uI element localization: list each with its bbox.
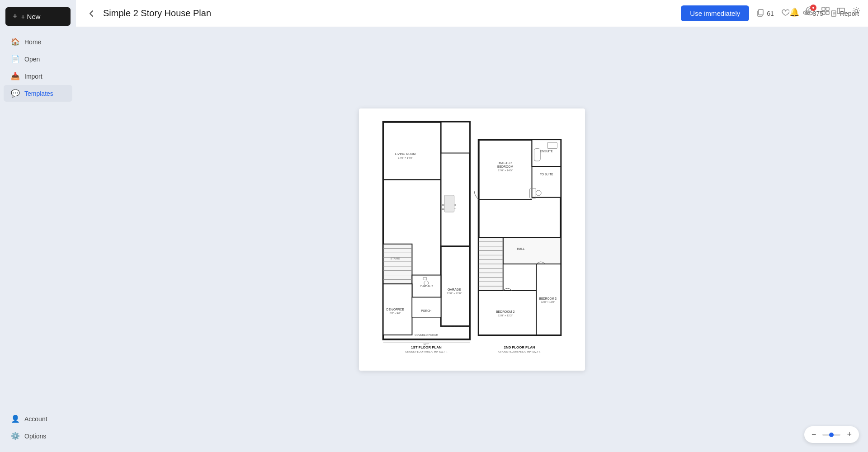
svg-point-7 <box>855 9 858 12</box>
heart-icon <box>781 9 789 19</box>
sidebar-item-import[interactable]: 📥 Import <box>4 68 72 85</box>
svg-rect-2 <box>822 7 825 10</box>
templates-icon: 💬 <box>11 89 20 98</box>
sidebar-item-label: Import <box>24 73 42 80</box>
sidebar-item-label: Open <box>24 56 40 63</box>
svg-text:GARAGE: GARAGE <box>448 288 461 291</box>
sidebar-bottom: 👤 Account ⚙️ Options <box>0 410 76 448</box>
settings-icon[interactable] <box>852 6 861 18</box>
open-icon: 📄 <box>11 55 20 63</box>
floorplan-preview: LIVING ROOM 17'0" × 14'8" KITCHEN 11'4" … <box>359 108 585 371</box>
svg-text:HALL: HALL <box>517 247 524 250</box>
svg-text:12'8" × 12'2": 12'8" × 12'2" <box>498 314 513 317</box>
svg-text:GROSS FLOOR AREA: 864 SQ.FT.: GROSS FLOOR AREA: 864 SQ.FT. <box>405 350 448 353</box>
svg-rect-19 <box>383 244 412 284</box>
svg-text:1ST FLOOR PLAN: 1ST FLOOR PLAN <box>411 345 442 349</box>
profile-icon[interactable]: ● <box>806 6 815 18</box>
svg-text:COVERED PORCH: COVERED PORCH <box>415 334 438 336</box>
svg-text:POWDER: POWDER <box>420 284 433 287</box>
svg-text:BEDROOM 2: BEDROOM 2 <box>496 310 514 313</box>
zoom-controls: − + <box>804 426 859 443</box>
copy-count-value: 61 <box>767 10 774 17</box>
sidebar-item-home[interactable]: 🏠 Home <box>4 33 72 50</box>
svg-rect-16 <box>441 122 470 153</box>
apps-icon[interactable] <box>821 6 830 18</box>
svg-rect-53 <box>532 140 561 166</box>
svg-text:LIVING ROOM: LIVING ROOM <box>395 152 416 155</box>
zoom-in-button[interactable]: + <box>843 428 855 441</box>
sidebar: + + New 🏠 Home 📄 Open 📥 Import 💬 Templat… <box>0 0 76 452</box>
svg-text:BEDROOM 3: BEDROOM 3 <box>539 297 557 300</box>
home-icon: 🏠 <box>11 38 20 46</box>
svg-rect-5 <box>826 11 829 14</box>
zoom-out-button[interactable]: − <box>808 428 820 441</box>
sidebar-item-account[interactable]: 👤 Account <box>4 410 72 427</box>
sidebar-item-label: Account <box>24 415 47 423</box>
sidebar-item-label: Options <box>24 433 46 440</box>
svg-rect-9 <box>759 9 763 15</box>
svg-text:17'0" × 14'5": 17'0" × 14'5" <box>498 169 513 172</box>
svg-text:ENSUITE: ENSUITE <box>540 150 553 153</box>
sidebar-item-options[interactable]: ⚙️ Options <box>4 428 72 444</box>
svg-text:TO SUITE: TO SUITE <box>540 173 553 176</box>
svg-text:GROSS FLOOR AREA: 864 SQ.FT.: GROSS FLOOR AREA: 864 SQ.FT. <box>498 350 541 353</box>
svg-text:17'0" × 14'8": 17'0" × 14'8" <box>398 156 413 159</box>
use-immediately-button[interactable]: Use immediately <box>681 5 749 21</box>
import-icon: 📥 <box>11 72 20 80</box>
new-button[interactable]: + + New <box>5 7 71 26</box>
copy-count: 61 <box>756 9 774 19</box>
svg-text:36'0": 36'0" <box>423 343 429 346</box>
svg-rect-3 <box>826 7 829 10</box>
svg-text:12'8" × 12'8": 12'8" × 12'8" <box>541 301 555 303</box>
plus-icon: + <box>13 12 18 21</box>
topbar-icons: 🔔 ● <box>789 6 861 18</box>
svg-rect-6 <box>837 8 844 14</box>
svg-text:PORCH: PORCH <box>421 309 431 312</box>
svg-text:BEDROOM: BEDROOM <box>497 165 514 168</box>
svg-rect-22 <box>412 297 441 317</box>
account-icon: 👤 <box>11 414 20 423</box>
svg-text:22'8" × 22'8": 22'8" × 22'8" <box>447 292 462 295</box>
window-icon[interactable] <box>836 6 845 18</box>
content-area: LIVING ROOM 17'0" × 14'8" KITCHEN 11'4" … <box>76 27 868 452</box>
floorplan-svg: LIVING ROOM 17'0" × 14'8" KITCHEN 11'4" … <box>368 118 576 362</box>
sidebar-item-open[interactable]: 📄 Open <box>4 51 72 67</box>
zoom-indicator <box>822 434 840 436</box>
sidebar-item-label: Home <box>24 38 41 46</box>
svg-rect-14 <box>441 246 470 326</box>
svg-rect-27 <box>444 195 454 212</box>
svg-text:8'0" × 9'0": 8'0" × 9'0" <box>390 312 401 315</box>
profile-badge: ● <box>810 5 816 11</box>
copy-icon <box>756 9 764 19</box>
svg-text:2ND FLOOR PLAN: 2ND FLOOR PLAN <box>504 345 535 349</box>
notification-icon[interactable]: 🔔 <box>789 7 799 17</box>
new-button-label: + New <box>21 13 41 20</box>
svg-rect-4 <box>822 11 825 14</box>
template-title: Simple 2 Story House Plan <box>103 8 675 19</box>
sidebar-item-label: Templates <box>24 90 53 97</box>
svg-text:STAIRS: STAIRS <box>391 257 400 260</box>
back-button[interactable] <box>85 7 98 20</box>
zoom-indicator-dot <box>829 433 834 437</box>
sidebar-item-templates[interactable]: 💬 Templates <box>4 85 72 102</box>
svg-text:MASTER: MASTER <box>499 161 512 165</box>
header: Simple 2 Story House Plan Use immediatel… <box>76 0 868 27</box>
svg-text:DEN/OFFICE: DEN/OFFICE <box>387 308 404 311</box>
options-icon: ⚙️ <box>11 432 20 440</box>
svg-rect-55 <box>503 237 561 264</box>
main-area: Simple 2 Story House Plan Use immediatel… <box>76 0 868 452</box>
